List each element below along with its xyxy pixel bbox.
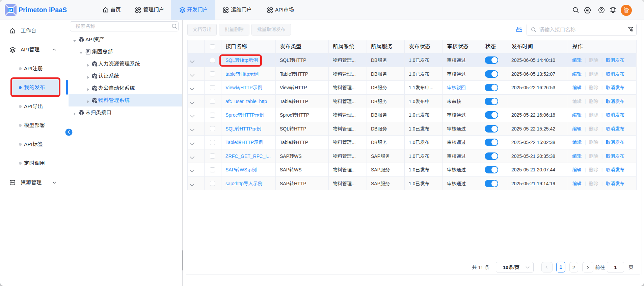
svg-text:P: P <box>9 8 12 13</box>
